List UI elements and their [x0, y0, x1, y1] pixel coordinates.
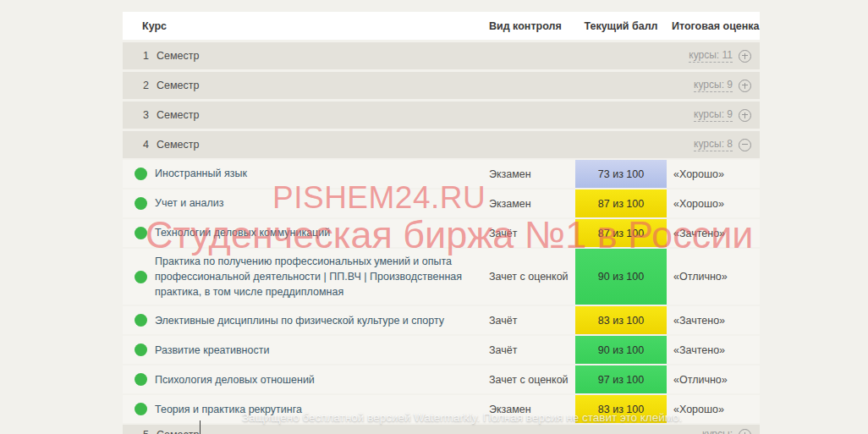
- course-cell: Развитие креативности: [123, 338, 489, 363]
- control-type: Зачет с оценкой: [489, 271, 575, 283]
- expand-semester-icon[interactable]: [739, 50, 751, 63]
- course-row: Учет и анализ Экзамен 87 из 100 «Хорошо»: [123, 190, 760, 217]
- course-cell: Иностранный язык: [123, 161, 489, 186]
- semester-label: Семестр: [157, 80, 199, 91]
- semester-row-1[interactable]: 1 Семестр курсы: 11: [123, 42, 760, 69]
- courses-count-link[interactable]: курсы: 11: [689, 49, 733, 63]
- course-name-link[interactable]: Учет и анализ: [155, 195, 223, 211]
- semester-row-5-partial[interactable]: 5 Семестр курсы:: [123, 425, 760, 434]
- course-name-link[interactable]: Развитие креативности: [155, 343, 269, 358]
- semester-label: Семестр: [157, 50, 199, 62]
- green-status-icon: [135, 314, 147, 327]
- score-cell: 97 из 100: [575, 365, 667, 393]
- green-status-icon: [135, 271, 147, 283]
- final-grade: «Хорошо»: [667, 404, 760, 415]
- score-cell: 87 из 100: [575, 190, 667, 217]
- semester-label: Семестр: [157, 429, 199, 434]
- course-cell: Психология деловых отношений: [123, 367, 489, 393]
- control-type: Зачёт: [489, 344, 575, 356]
- semester-label: Семестр: [157, 109, 199, 121]
- course-row: Иностранный язык Экзамен 73 из 100 «Хоро…: [123, 160, 760, 188]
- green-status-icon: [135, 227, 147, 239]
- header-final-grade: Итоговая оценка: [667, 20, 760, 32]
- course-row: Технологии деловых коммуникаций Зачёт 87…: [123, 219, 760, 247]
- final-grade: «Зачтено»: [667, 315, 760, 327]
- semester-row-2[interactable]: 2 Семестр курсы: 9: [123, 72, 760, 99]
- course-row: Теория и практика рекрутинга Экзамен 83 …: [123, 395, 760, 423]
- final-grade: «Хорошо»: [667, 168, 760, 180]
- green-status-icon: [135, 403, 147, 415]
- final-grade: «Отлично»: [667, 374, 760, 386]
- semester-row-3[interactable]: 3 Семестр курсы: 9: [123, 102, 760, 129]
- control-type: Экзамен: [489, 198, 575, 210]
- course-cell: Учет и анализ: [123, 190, 489, 216]
- expand-semester-icon[interactable]: [739, 429, 751, 434]
- course-name-link[interactable]: Технологии деловых коммуникаций: [155, 225, 330, 240]
- header-control-type: Вид контроля: [489, 20, 575, 32]
- semester-label: Семестр: [157, 139, 199, 151]
- final-grade: «Зачтено»: [667, 228, 760, 239]
- course-name-link[interactable]: Иностранный язык: [155, 166, 247, 181]
- table-header-row: Курс Вид контроля Текущий балл Итоговая …: [123, 12, 760, 40]
- course-row: Практика по получению профессиональных у…: [123, 249, 760, 305]
- course-cell: Технологии деловых коммуникаций: [123, 220, 489, 245]
- semester-row-4[interactable]: 4 Семестр курсы: 8: [123, 131, 760, 158]
- course-row: Элективные дисциплины по физической куль…: [123, 306, 760, 334]
- courses-count-link[interactable]: курсы: 9: [694, 108, 733, 122]
- control-type: Зачёт: [489, 315, 575, 327]
- semester-number: 2: [143, 80, 157, 91]
- header-course: Курс: [123, 20, 489, 32]
- score-cell: 87 из 100: [575, 219, 667, 247]
- course-name-link[interactable]: Теория и практика рекрутинга: [155, 402, 302, 417]
- green-status-icon: [135, 373, 147, 386]
- courses-count-link[interactable]: курсы:: [702, 428, 733, 434]
- course-row: Развитие креативности Зачёт 90 из 100 «З…: [123, 336, 760, 364]
- semester-number: 4: [143, 139, 157, 151]
- control-type: Зачет с оценкой: [489, 374, 575, 386]
- score-cell: 90 из 100: [575, 336, 667, 364]
- final-grade: «Хорошо»: [667, 198, 760, 210]
- course-cell: Теория и практика рекрутинга: [123, 397, 489, 422]
- score-cell: 83 из 100: [575, 306, 667, 334]
- score-cell: 90 из 100: [575, 249, 667, 305]
- expand-semester-icon[interactable]: [739, 109, 751, 122]
- text-caret: [200, 420, 201, 434]
- control-type: Экзамен: [489, 404, 575, 415]
- courses-count-link[interactable]: курсы: 9: [694, 79, 733, 92]
- expand-semester-icon[interactable]: [739, 80, 751, 92]
- green-status-icon: [135, 168, 147, 180]
- course-cell: Практика по получению профессиональных у…: [123, 249, 489, 305]
- green-status-icon: [135, 343, 147, 356]
- semester-number: 5: [143, 429, 157, 434]
- course-name-link[interactable]: Практика по получению профессиональных у…: [155, 254, 477, 299]
- green-status-icon: [135, 197, 147, 210]
- header-current-score: Текущий балл: [575, 20, 667, 32]
- semester-number: 3: [143, 109, 157, 121]
- final-grade: «Отлично»: [667, 271, 760, 283]
- course-name-link[interactable]: Психология деловых отношений: [155, 372, 315, 387]
- final-grade: «Зачтено»: [667, 344, 760, 356]
- courses-count-link[interactable]: курсы: 8: [694, 138, 733, 151]
- score-cell: 73 из 100: [575, 160, 667, 188]
- gradebook-table: Курс Вид контроля Текущий балл Итоговая …: [123, 12, 760, 423]
- control-type: Зачёт: [489, 228, 575, 239]
- control-type: Экзамен: [489, 168, 575, 180]
- course-row: Психология деловых отношений Зачет с оце…: [123, 365, 760, 393]
- course-cell: Элективные дисциплины по физической куль…: [123, 308, 489, 333]
- score-cell: 83 из 100: [575, 395, 667, 423]
- semester-number: 1: [143, 50, 157, 62]
- course-name-link[interactable]: Элективные дисциплины по физической куль…: [155, 313, 444, 328]
- collapse-semester-icon[interactable]: [739, 139, 751, 151]
